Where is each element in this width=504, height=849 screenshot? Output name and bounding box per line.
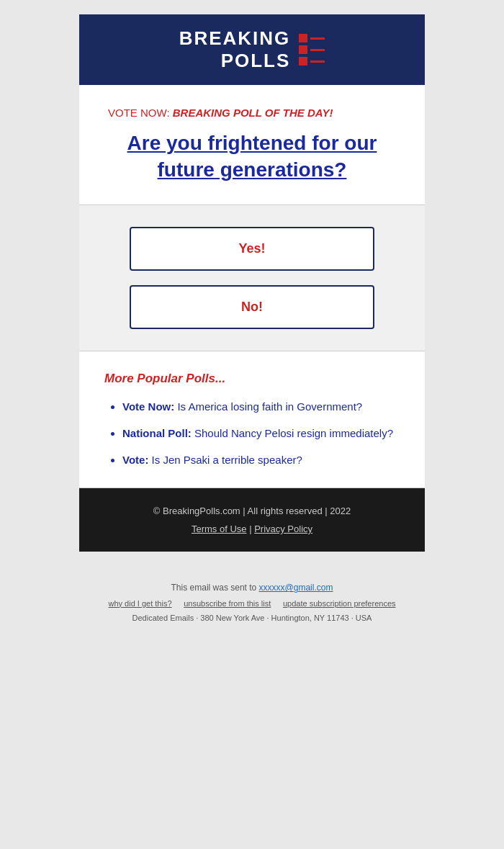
- more-polls-section: More Popular Polls... Vote Now: Is Ameri…: [79, 351, 425, 488]
- yes-button[interactable]: Yes!: [130, 227, 374, 271]
- line-icon: [310, 37, 325, 40]
- list-item: Vote: Is Jen Psaki a terrible speaker?: [122, 452, 400, 467]
- email-meta: This email was sent to xxxxxx@gmail.com …: [109, 580, 396, 626]
- checkbox-icon: [299, 34, 307, 42]
- poll-link-2[interactable]: National Poll: Should Nancy Pelosi resig…: [122, 427, 393, 439]
- unsubscribe-link[interactable]: unsubscribe from this list: [184, 599, 271, 608]
- footer-copyright: © BreakingPolls.com | All rights reserve…: [94, 506, 410, 516]
- poll-question: Are you frightened for our future genera…: [108, 130, 396, 183]
- site-title: BREAKING POLLS: [179, 27, 291, 72]
- footer: © BreakingPolls.com | All rights reserve…: [79, 488, 425, 552]
- meta-links-line: why did I get this? unsubscribe from thi…: [109, 596, 396, 612]
- why-link[interactable]: why did I get this?: [109, 599, 172, 608]
- checkbox-icon-2: [299, 45, 307, 54]
- icon-row-2: [299, 45, 325, 54]
- footer-links: Terms of Use | Privacy Policy: [94, 524, 410, 534]
- header-icon: [299, 34, 325, 66]
- list-item: National Poll: Should Nancy Pelosi resig…: [122, 426, 400, 441]
- icon-row-3: [299, 57, 325, 66]
- more-polls-title: More Popular Polls...: [104, 372, 400, 386]
- email-container: BREAKING POLLS VOTE NOW: BREAKING POLL O…: [79, 14, 425, 552]
- vote-now-label: VOTE NOW: BREAKING POLL OF THE DAY!: [108, 107, 396, 119]
- line-icon-2: [310, 49, 325, 51]
- no-button[interactable]: No!: [130, 285, 374, 329]
- privacy-policy-link[interactable]: Privacy Policy: [254, 524, 312, 534]
- header: BREAKING POLLS: [79, 14, 425, 85]
- header-title-block: BREAKING POLLS: [179, 27, 291, 72]
- intro-section: VOTE NOW: BREAKING POLL OF THE DAY! Are …: [79, 85, 425, 205]
- checkbox-icon-3: [299, 57, 307, 66]
- address-line: Dedicated Emails · 380 New York Ave · Hu…: [109, 611, 396, 626]
- terms-of-use-link[interactable]: Terms of Use: [192, 524, 247, 534]
- update-preferences-link[interactable]: update subscription preferences: [283, 599, 396, 608]
- polls-list: Vote Now: Is America losing faith in Gov…: [104, 399, 400, 467]
- poll-link-3[interactable]: Vote: Is Jen Psaki a terrible speaker?: [122, 454, 302, 466]
- voting-section: Yes! No!: [79, 205, 425, 351]
- list-item: Vote Now: Is America losing faith in Gov…: [122, 399, 400, 414]
- icon-row-1: [299, 34, 325, 42]
- sent-to-line: This email was sent to xxxxxx@gmail.com: [109, 580, 396, 596]
- line-icon-3: [310, 60, 325, 63]
- email-address-link[interactable]: xxxxxx@gmail.com: [259, 583, 333, 593]
- poll-link-1[interactable]: Vote Now: Is America losing faith in Gov…: [122, 400, 362, 413]
